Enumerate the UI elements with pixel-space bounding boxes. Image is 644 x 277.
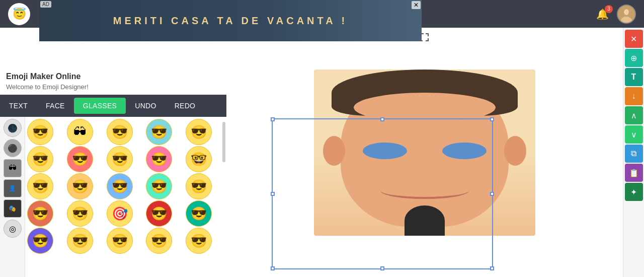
glasses-item[interactable]: 😎 (67, 146, 93, 172)
face-thumbs: 🌑 ⚫ 🕶 👤 🎭 ◎ (0, 117, 25, 277)
avatar-image (618, 6, 635, 23)
target-button[interactable]: ⊕ (625, 49, 643, 67)
glasses-item[interactable]: 🎯 (107, 200, 133, 227)
glasses-item[interactable]: 🤓 (186, 146, 212, 172)
delete-button[interactable]: ✕ (625, 30, 643, 48)
notification-badge: 3 (605, 5, 613, 13)
glasses-item[interactable]: 😎 (27, 119, 53, 145)
glasses-item[interactable]: 😎 (146, 119, 172, 145)
handle-middle-left[interactable] (271, 192, 275, 196)
glasses-item[interactable]: 😎 (67, 228, 93, 254)
glasses-item[interactable]: 😎 (107, 146, 133, 172)
glasses-item[interactable]: 😎 (107, 173, 133, 199)
logo-icon: 😇 (8, 3, 30, 25)
face-thumb-5[interactable]: 🎭 (4, 199, 22, 218)
paste-button[interactable]: 📋 (625, 164, 643, 182)
tab-face[interactable]: Face (37, 98, 74, 114)
glasses-item[interactable]: 😎 (146, 228, 172, 254)
face-thumb-1[interactable]: 🌑 (4, 119, 22, 137)
glasses-item[interactable]: 😎 (107, 119, 133, 145)
glasses-item[interactable]: 😎 (146, 200, 172, 227)
face-bald-area (354, 93, 496, 122)
glasses-item[interactable]: 😎 (186, 228, 212, 254)
download-button[interactable]: ↓ (625, 87, 643, 105)
face-smile (380, 182, 469, 199)
glasses-item[interactable]: 😎 (186, 200, 212, 227)
face-thumb-6[interactable]: ◎ (4, 220, 22, 238)
user-avatar[interactable] (617, 5, 636, 24)
glasses-item[interactable]: 😎 (146, 173, 172, 199)
glasses-item[interactable]: 😎 (186, 173, 212, 199)
face-thumb-3[interactable]: 🕶 (4, 159, 22, 177)
face-eye-right (442, 143, 487, 159)
glasses-item[interactable]: 😎 (27, 200, 53, 227)
copy-button[interactable]: ⧉ (625, 145, 643, 163)
handle-top-left[interactable] (271, 117, 275, 121)
ad-content: MERITI CASA TA DE VACANTA ! (39, 0, 422, 41)
glasses-grid-wrap: 😎 🕶 😎 😎 😎 😎 😎 😎 😎 🤓 😎 😎 😎 😎 😎 😎 (25, 117, 226, 277)
face-ear-right (504, 136, 526, 166)
site-subtitle: Welcome to Emoji Designer! (6, 83, 220, 91)
glasses-item[interactable]: 😎 (146, 146, 172, 172)
right-toolbar: ✕ ⊕ T ↓ ∧ ∨ ⧉ 📋 ✦ (623, 28, 644, 277)
handle-bottom-right[interactable] (490, 266, 494, 270)
face-ear-left (323, 136, 345, 166)
logo[interactable]: 😇 (8, 3, 30, 25)
glasses-item[interactable]: 🕶 (67, 119, 93, 145)
glasses-area: 🌑 ⚫ 🕶 👤 🎭 ◎ 😎 🕶 😎 😎 😎 😎 😎 (0, 117, 226, 277)
face-eye-left (363, 143, 407, 159)
ad-close-button[interactable]: ✕ (412, 1, 421, 9)
tab-glasses[interactable]: GLASSES (74, 98, 126, 114)
svg-point-4 (624, 9, 629, 15)
main-content: Emoji Maker Online Welcome to Emoji Desi… (0, 28, 644, 277)
move-down-button[interactable]: ∨ (625, 125, 643, 144)
glasses-item[interactable]: 😎 (186, 119, 212, 145)
glasses-item[interactable]: 😎 (27, 146, 53, 172)
tab-undo[interactable]: Undo (126, 98, 165, 114)
ad-banner: MERITI CASA TA DE VACANTA ! AD ✕ (39, 0, 422, 41)
face-photo (314, 70, 535, 236)
text-button[interactable]: T (625, 68, 643, 86)
glasses-item[interactable]: 😎 (27, 228, 53, 254)
left-panel: Emoji Maker Online Welcome to Emoji Desi… (0, 28, 226, 277)
tabs-bar: Text Face GLASSES Undo Redo (0, 95, 226, 117)
glasses-item[interactable]: 😎 (67, 200, 93, 227)
glasses-item[interactable]: 😎 (27, 173, 53, 199)
tab-redo[interactable]: Redo (166, 98, 205, 114)
move-up-button[interactable]: ∧ (625, 106, 643, 124)
ad-label: AD (40, 1, 51, 8)
notifications-button[interactable]: 🔔 3 (596, 8, 609, 20)
canvas-area (226, 28, 623, 277)
glasses-grid: 😎 🕶 😎 😎 😎 😎 😎 😎 😎 🤓 😎 😎 😎 😎 😎 😎 (27, 119, 224, 254)
tab-text[interactable]: Text (0, 98, 37, 114)
scrollbar[interactable] (222, 122, 225, 162)
face-dark-overlay (405, 205, 445, 236)
nav-right: 🔔 3 (596, 5, 636, 24)
face-thumb-2[interactable]: ⚫ (4, 139, 22, 157)
handle-bottom-center[interactable] (380, 266, 384, 270)
glasses-item[interactable]: 😎 (107, 228, 133, 254)
tabs-row: Text Face GLASSES Undo Redo (0, 98, 226, 114)
face-thumb-4[interactable]: 👤 (4, 179, 22, 197)
glasses-item[interactable]: 😎 (67, 173, 93, 199)
site-title: Emoji Maker Online (6, 72, 220, 81)
eraser-button[interactable]: ✦ (625, 183, 643, 201)
handle-bottom-left[interactable] (271, 266, 275, 270)
